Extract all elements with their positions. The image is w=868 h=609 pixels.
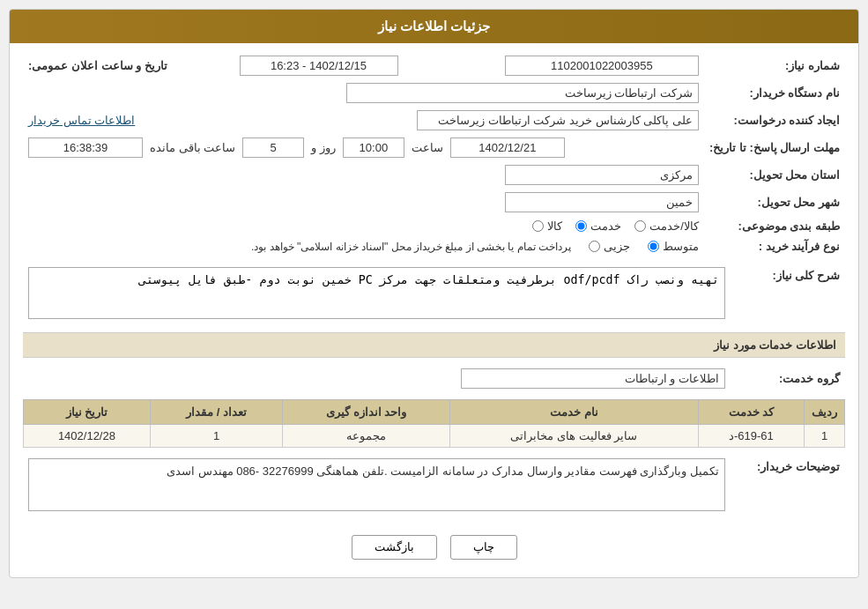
category-radio-group: کالا/خدمت خدمت کالا — [532, 219, 699, 233]
buyer-notes-label: توضیحات خریدار: — [731, 455, 845, 515]
main-card: جزئیات اطلاعات نیاز شماره نیاز: 11020010… — [9, 9, 859, 578]
page-container: جزئیات اطلاعات نیاز شماره نیاز: 11020010… — [0, 0, 868, 609]
reply-time-label: ساعت — [412, 141, 443, 154]
reply-days-value: 5 — [242, 137, 304, 158]
purchase-type-radio-medium[interactable] — [648, 241, 659, 252]
announce-date-value: 1402/12/15 - 16:23 — [240, 56, 398, 76]
reply-date-value: 1402/12/21 — [450, 137, 565, 158]
row-category: طبقه بندی موضوعی: کالا/خدمت خدمت — [23, 216, 845, 236]
row-buyer-org: نام دستگاه خریدار: شرکت ارتباطات زیرساخت — [23, 79, 845, 107]
reply-days-label: روز و — [311, 141, 336, 154]
service-group-value: اطلاعات و ارتباطات — [461, 368, 725, 389]
city-value: خمین — [505, 192, 699, 212]
page-title: جزئیات اطلاعات نیاز — [378, 19, 490, 33]
row-province: استان محل تحویل: مرکزی — [23, 161, 845, 189]
buttons-row: چاپ بازگشت — [23, 522, 845, 568]
purchase-type-row: متوسط جزیی پرداخت تمام یا بخشی از مبلغ خ… — [28, 240, 699, 253]
reply-remaining-label: ساعت باقی مانده — [150, 141, 235, 154]
need-desc-textarea[interactable] — [28, 267, 725, 319]
creator-value: علی پاکلی کارشناس خرید شرکت ارتباطات زیر… — [417, 110, 699, 130]
col-header-name: نام خدمت — [449, 400, 698, 425]
info-table: شماره نیاز: 1102001022003955 1402/12/15 … — [23, 52, 845, 256]
province-label: استان محل تحویل: — [704, 161, 845, 189]
back-button[interactable]: بازگشت — [352, 535, 437, 560]
need-number-label: شماره نیاز: — [704, 52, 845, 79]
col-header-date: تاریخ نیاز — [24, 400, 151, 425]
purchase-type-label: نوع فرآیند خرید : — [704, 236, 845, 256]
category-radio-goods-service[interactable] — [634, 220, 646, 232]
services-table-head: ردیف کد خدمت نام خدمت واحد اندازه گیری ت… — [24, 400, 845, 425]
row-city: شهر محل تحویل: خمین — [23, 189, 845, 216]
row-creator: ایجاد کننده درخواست: علی پاکلی کارشناس خ… — [23, 107, 845, 134]
category-radio-goods[interactable] — [532, 220, 544, 232]
reply-deadline-label: مهلت ارسال پاسخ: تا تاریخ: — [704, 134, 845, 161]
col-header-unit: واحد اندازه گیری — [283, 400, 450, 425]
print-button[interactable]: چاپ — [450, 535, 517, 560]
category-radio-service[interactable] — [575, 220, 587, 232]
services-table-header-row: ردیف کد خدمت نام خدمت واحد اندازه گیری ت… — [24, 400, 845, 425]
need-number-value: 1102001022003955 — [505, 56, 699, 76]
reply-remaining-value: 16:38:39 — [28, 137, 143, 158]
row-purchase-type: نوع فرآیند خرید : متوسط جزیی پرداخت — [23, 236, 845, 256]
announce-date-label: تاریخ و ساعت اعلان عمومی: — [23, 52, 176, 79]
need-desc-table: شرح کلی نیاز: — [23, 264, 845, 325]
reply-time-value: 10:00 — [343, 137, 404, 158]
category-option-goods: کالا — [532, 219, 562, 233]
need-desc-label: شرح کلی نیاز: — [731, 264, 845, 325]
purchase-warning: پرداخت تمام یا بخشی از مبلغ خریداز محل "… — [251, 241, 571, 253]
category-option-service: خدمت — [575, 219, 621, 233]
buyer-notes-value: تکمیل وبارگذاری فهرست مقادیر وارسال مدار… — [28, 458, 725, 511]
page-header: جزئیات اطلاعات نیاز — [10, 10, 858, 43]
category-option-goods-service: کالا/خدمت — [634, 219, 699, 233]
purchase-type-option-minor: جزیی — [589, 240, 630, 253]
contact-link[interactable]: اطلاعات تماس خریدار — [28, 114, 135, 127]
city-label: شهر محل تحویل: — [704, 189, 845, 216]
col-header-row: ردیف — [805, 400, 845, 425]
service-group-label: گروه خدمت: — [731, 365, 845, 392]
buyer-org-value: شرکت ارتباطات زیرساخت — [346, 83, 699, 103]
services-table-body: 1619-61-دسایر فعالیت های مخابراتیمجموعه1… — [24, 425, 845, 448]
purchase-type-option-medium: متوسط — [648, 240, 699, 253]
row-buyer-notes: توضیحات خریدار: تکمیل وبارگذاری فهرست مق… — [23, 455, 845, 515]
buyer-org-label: نام دستگاه خریدار: — [704, 79, 845, 107]
content-area: شماره نیاز: 1102001022003955 1402/12/15 … — [10, 43, 858, 577]
col-header-quantity: تعداد / مقدار — [150, 400, 282, 425]
col-header-code: کد خدمت — [698, 400, 804, 425]
province-value: مرکزی — [505, 165, 699, 185]
category-label: طبقه بندی موضوعی: — [704, 216, 845, 236]
row-reply-deadline: مهلت ارسال پاسخ: تا تاریخ: 16:38:39 ساعت… — [23, 134, 845, 161]
buyer-notes-table: توضیحات خریدار: تکمیل وبارگذاری فهرست مق… — [23, 455, 845, 515]
service-group-table: گروه خدمت: اطلاعات و ارتباطات — [23, 365, 845, 392]
purchase-type-radio-minor[interactable] — [589, 241, 600, 252]
row-need-desc: شرح کلی نیاز: — [23, 264, 845, 325]
services-section-header: اطلاعات خدمات مورد نیاز — [23, 332, 845, 358]
services-table: ردیف کد خدمت نام خدمت واحد اندازه گیری ت… — [23, 399, 845, 448]
table-row: 1619-61-دسایر فعالیت های مخابراتیمجموعه1… — [24, 425, 845, 448]
creator-label: ایجاد کننده درخواست: — [704, 107, 845, 134]
row-need-number: شماره نیاز: 1102001022003955 1402/12/15 … — [23, 52, 845, 79]
row-service-group: گروه خدمت: اطلاعات و ارتباطات — [23, 365, 845, 392]
